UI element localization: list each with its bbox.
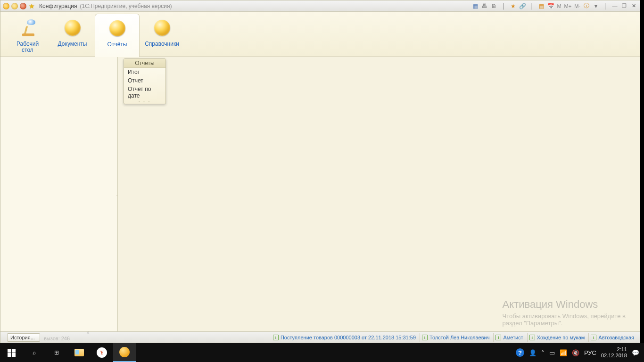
folder-icon	[74, 349, 84, 356]
section-label: Рабочий стол	[17, 41, 39, 53]
info-badge-icon: i	[422, 335, 428, 340]
start-button[interactable]	[0, 343, 23, 362]
section-label: Документы	[58, 41, 87, 47]
star-icon[interactable]: ★	[509, 2, 517, 10]
desk-lamp-icon	[17, 17, 38, 38]
menu-item-otchet-po-date[interactable]: Отчет по дате	[124, 85, 165, 100]
main-area: ⋮ Отчеты Итог Отчет Отчет по дате • • • …	[0, 57, 640, 331]
section-documents[interactable]: Документы	[50, 12, 95, 56]
left-pane: ⋮	[0, 57, 118, 331]
menu-grip[interactable]: • • •	[124, 100, 165, 104]
link-icon[interactable]: 🔗	[518, 2, 527, 10]
divider: │	[528, 2, 536, 10]
section-reports[interactable]: Отчёты	[95, 14, 140, 57]
mem-mminus[interactable]: M-	[573, 3, 581, 9]
status-link[interactable]: iАметист	[493, 333, 525, 342]
divider: │	[601, 2, 610, 10]
menu-item-otchet[interactable]: Отчет	[124, 76, 165, 85]
yandex-icon: Y	[97, 347, 107, 358]
maximize-button[interactable]: ❐	[620, 2, 628, 10]
info-icon[interactable]: ⓘ	[582, 2, 591, 10]
action-center-icon[interactable]: 💬	[632, 349, 639, 356]
window-title: Конфигурация	[39, 3, 77, 9]
menu-item-itog[interactable]: Итог	[124, 68, 165, 76]
search-icon: ⌕	[33, 349, 36, 356]
ghost-close-icon[interactable]: ×	[86, 329, 90, 336]
watermark-title: Активация Windows	[503, 298, 626, 311]
history-button[interactable]: История...	[7, 333, 40, 342]
battery-icon[interactable]: ▭	[549, 349, 555, 356]
info-badge-icon: i	[529, 335, 535, 340]
windows-activation-watermark: Активация Windows Чтобы активировать Win…	[503, 298, 626, 327]
windows-logo-icon	[8, 349, 16, 357]
section-desktop[interactable]: Рабочий стол	[5, 12, 50, 56]
doc-icon[interactable]: 🗎	[490, 2, 498, 10]
panel-icon[interactable]: ▦	[471, 2, 479, 10]
info-badge-icon: i	[495, 335, 501, 340]
coin-icon	[107, 18, 128, 39]
close-button[interactable]: ✕	[629, 2, 638, 10]
language-indicator[interactable]: РУС	[584, 349, 596, 356]
watermark-line2: раздел "Параметры".	[503, 320, 563, 327]
window-subtitle: (1С:Предприятие, учебная версия)	[80, 3, 172, 9]
onec-app-button[interactable]	[113, 343, 136, 362]
divider: │	[499, 2, 508, 10]
status-link[interactable]: iАвтозаводская	[588, 333, 636, 342]
taskview-icon: ⊞	[54, 349, 59, 356]
clock-time: 2:11	[601, 346, 627, 353]
app-icon-1c[interactable]	[2, 2, 10, 10]
app-statusbar: История... вызов: 246 × iПоступление тов…	[0, 331, 640, 343]
watermark-line1: Чтобы активировать Windows, перейдите в	[503, 313, 626, 320]
menu-header: Отчеты	[124, 59, 165, 68]
chevron-up-icon[interactable]: ˄	[541, 349, 545, 356]
history-label: История...	[10, 335, 35, 340]
help-icon[interactable]: ?	[516, 348, 524, 357]
favorites-star-icon[interactable]: ★	[28, 2, 35, 10]
wifi-icon[interactable]: 📶	[560, 349, 567, 356]
ghost-calls-text: вызов: 246	[44, 336, 70, 341]
mem-mplus[interactable]: M+	[563, 3, 573, 9]
coin-icon	[152, 17, 173, 38]
right-pane: Отчеты Итог Отчет Отчет по дате • • • Ак…	[118, 57, 640, 331]
status-link[interactable]: iТолстой Лев Николаевич	[420, 333, 491, 342]
section-tabs: Рабочий стол Документы Отчёты Справочник…	[0, 12, 640, 57]
clock-date: 02.12.2018	[601, 353, 627, 359]
section-label: Справочники	[145, 41, 179, 47]
app-window: ★ Конфигурация (1С:Предприятие, учебная …	[0, 0, 640, 343]
onec-icon	[119, 347, 130, 357]
status-link[interactable]: iПоступление товаров 000000003 от 22.11.…	[271, 333, 418, 342]
task-view-button[interactable]: ⊞	[45, 343, 68, 362]
titlebar: ★ Конфигурация (1С:Предприятие, учебная …	[0, 0, 640, 12]
mem-m[interactable]: M	[556, 3, 562, 9]
explorer-button[interactable]	[68, 343, 91, 362]
dropdown-icon[interactable]: ▾	[592, 2, 600, 10]
reports-menu: Отчеты Итог Отчет Отчет по дате • • •	[124, 58, 166, 104]
clock[interactable]: 2:11 02.12.2018	[601, 346, 627, 359]
minimize-button[interactable]: —	[611, 2, 619, 10]
search-button[interactable]: ⌕	[23, 343, 45, 362]
volume-mute-icon[interactable]: 🔇	[572, 349, 579, 356]
status-link[interactable]: iХождение по мукам	[527, 333, 587, 342]
people-icon[interactable]: 👤	[529, 349, 537, 356]
nav-back-button[interactable]	[11, 2, 18, 10]
calculator-icon[interactable]: ▤	[537, 2, 545, 10]
status-links: iПоступление товаров 000000003 от 22.11.…	[271, 333, 640, 342]
print-icon[interactable]: 🖶	[480, 2, 489, 10]
section-label: Отчёты	[107, 41, 127, 48]
info-badge-icon: i	[273, 335, 279, 340]
calendar-icon[interactable]: 📅	[546, 2, 555, 10]
system-tray: ? 👤 ˄ ▭ 📶 🔇 РУС 2:11 02.12.2018 💬	[516, 346, 644, 359]
yandex-browser-button[interactable]: Y	[91, 343, 113, 362]
windows-taskbar: ⌕ ⊞ Y ? 👤 ˄ ▭ 📶 🔇 РУС 2:11 02.12.2018 💬	[0, 343, 644, 362]
coin-icon	[62, 17, 83, 38]
nav-forward-button[interactable]	[19, 2, 27, 10]
section-directories[interactable]: Справочники	[140, 12, 184, 56]
info-badge-icon: i	[591, 335, 596, 340]
